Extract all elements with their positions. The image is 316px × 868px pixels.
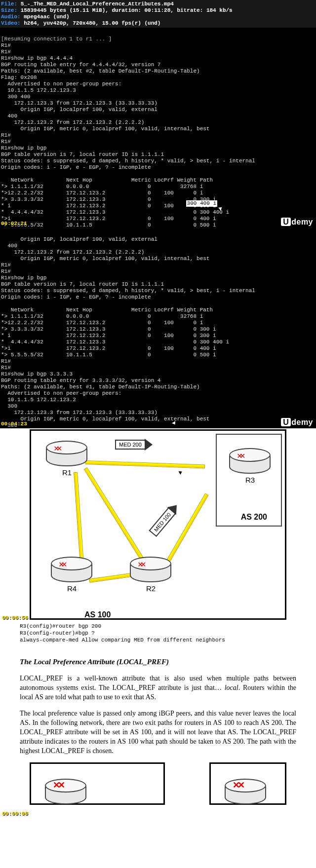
video-label: Video: — [1, 20, 21, 26]
as100-label: AS 100 — [84, 610, 111, 619]
terminal-frame-1: [Resuming connection 1 to r1 ... ] R1# R… — [0, 28, 316, 228]
router-icon: ✕✕ — [45, 779, 87, 804]
router-arrows-icon: ✕✕ — [237, 450, 243, 461]
audio-value: mpeg4aac (und) — [24, 14, 69, 20]
router-r1: ✕✕ R1 — [46, 441, 88, 477]
r4-label: R4 — [51, 584, 93, 593]
timestamp-4: 00:09:08 — [2, 811, 28, 817]
router-arrows-icon: ✕✕ — [54, 443, 60, 453]
mouse-cursor-icon — [178, 470, 183, 475]
terminal-output-2: Origin IGP, localpref 100, valid, extern… — [1, 236, 255, 428]
section-title: The Local Preference Attribute (LOCAL_PR… — [20, 657, 296, 667]
network-diagram: MED 200 MED 100 ✕✕ R1 ✕✕ R3 ✕✕ R4 ✕✕ R2 … — [30, 429, 286, 620]
document-content: The Local Preference Attribute (LOCAL_PR… — [0, 646, 316, 809]
size-value: 15839445 bytes (15.11 MiB), duration: 00… — [21, 7, 233, 13]
highlighted-path: 300 400 i — [186, 200, 217, 207]
r1-label: R1 — [46, 468, 88, 477]
paragraph-2: The local preference value is passed onl… — [20, 709, 296, 755]
doc-diagram-left: ✕✕ — [30, 762, 165, 805]
paragraph-1: LOCAL_PREF is a well-known attribute tha… — [20, 674, 296, 702]
router-icon: ✕✕ — [225, 779, 267, 804]
cfg-line-2: R3(config-router)#bgp ? — [20, 630, 95, 636]
cfg-line-1: R3(config)#router bgp 200 — [20, 623, 101, 629]
file-label: File: — [1, 1, 17, 7]
terminal-frame-2: Origin IGP, localpref 100, valid, extern… — [0, 228, 316, 428]
router-arrows-icon: ✕✕ — [53, 781, 63, 790]
router-arrows-icon: ✕✕ — [138, 559, 144, 569]
timestamp-1: 00:02:21 — [1, 221, 27, 227]
udemy-logo-1: Udemy — [281, 219, 313, 225]
med-200-arrow: MED 200 — [115, 440, 146, 450]
resume-line: [Resuming connection 1 to r1 ... ] — [1, 36, 112, 42]
size-label: Size: — [1, 7, 17, 13]
router-r4: ✕✕ R4 — [51, 557, 93, 593]
video-value: h264, yuv420p, 720x480, 15.00 fps(r) (un… — [24, 20, 160, 26]
r3-label: R3 — [229, 476, 271, 484]
router-arrows-icon: ✕✕ — [233, 781, 242, 790]
timestamp-2: 00:04:23 — [1, 421, 27, 427]
as200-label: AS 200 — [241, 513, 267, 522]
link-r1-r3 — [85, 460, 205, 468]
router-r3: ✕✕ R3 — [229, 448, 271, 484]
udemy-logo-2: Udemy — [281, 419, 313, 425]
cfg-line-3: always-compare-med Allow comparing MED f… — [20, 637, 225, 643]
config-output: R3(config)#router bgp 200 R3(config-rout… — [0, 620, 316, 646]
media-info-header: File: 5_-_The_MED_And_Local_Preference_A… — [0, 0, 316, 28]
r2-label: R2 — [130, 584, 172, 593]
router-arrows-icon: ✕✕ — [59, 559, 65, 569]
audio-label: Audio: — [1, 14, 21, 20]
med-100-arrow: MED 100 — [149, 507, 176, 537]
doc-diagram-right: ✕✕ — [209, 762, 286, 805]
router-r2: ✕✕ R2 — [130, 557, 172, 593]
file-name: 5_-_The_MED_And_Local_Preference_Attribu… — [21, 1, 174, 7]
